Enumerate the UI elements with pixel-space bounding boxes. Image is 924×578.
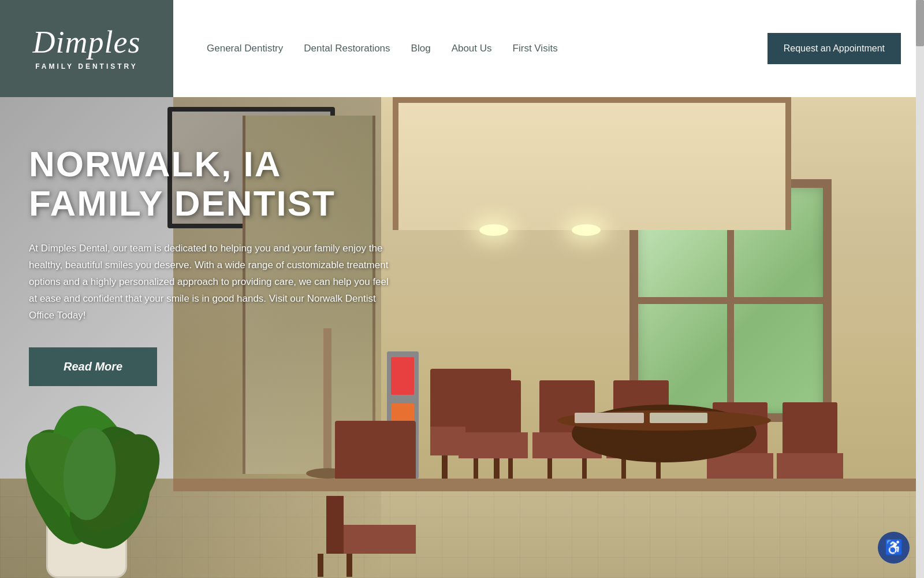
chair-arm-1 (326, 496, 335, 554)
la2 (508, 458, 513, 479)
lb1 (547, 458, 552, 479)
read-more-button[interactable]: Read More (29, 347, 157, 386)
logo-name: Dimples (33, 27, 141, 58)
legs-b (532, 458, 602, 479)
accessibility-button[interactable]: ♿ (878, 532, 910, 564)
accessibility-icon: ♿ (885, 539, 903, 557)
coffee-table-top (557, 410, 771, 431)
nav-item-first-visits[interactable]: First Visits (502, 43, 568, 54)
seat-a (459, 432, 528, 458)
chair-seat-1 (335, 525, 416, 554)
chair-arm-2 (335, 496, 344, 554)
hero-description: At Dimples Dental, our team is dedicated… (29, 240, 398, 324)
lb2 (582, 458, 587, 479)
site-header: Dimples FAMILY DENTISTRY General Dentist… (0, 0, 924, 97)
lc1 (621, 458, 626, 479)
logo-area[interactable]: Dimples FAMILY DENTISTRY (0, 0, 173, 97)
la1 (474, 458, 478, 479)
magazine-1 (575, 413, 644, 423)
legs-a (459, 458, 528, 479)
magazine-2 (650, 413, 707, 423)
back-e (783, 402, 837, 453)
back-a (465, 380, 521, 432)
chair-back-1 (335, 421, 416, 479)
baseboard (173, 479, 916, 491)
box-ceiling (393, 97, 791, 230)
chair-a (459, 380, 528, 479)
ceiling-light-1 (479, 224, 508, 236)
logo-subtitle: FAMILY DENTISTRY (35, 62, 138, 71)
nav-item-about-us[interactable]: About Us (441, 43, 502, 54)
nav-item-general-dentistry[interactable]: General Dentistry (196, 43, 293, 54)
nav-bar: General Dentistry Dental Restorations Bl… (173, 0, 924, 97)
plant-decoration (0, 376, 173, 578)
seat-e (777, 453, 843, 479)
request-appointment-button[interactable]: Request an Appointment (767, 33, 901, 64)
nav-item-blog[interactable]: Blog (401, 43, 441, 54)
chair-leg-1 (346, 554, 352, 577)
hero-content: NORWALK, IA FAMILY DENTIST At Dimples De… (29, 144, 398, 386)
chair-e (777, 402, 843, 479)
hero-heading: NORWALK, IA FAMILY DENTIST (29, 144, 398, 223)
ceiling-light-2 (572, 224, 601, 236)
scrollbar-thumb[interactable] (916, 0, 924, 46)
leg-a (442, 455, 448, 479)
scrollbar[interactable] (916, 0, 924, 578)
chair-leg-2 (318, 554, 323, 577)
nav-item-dental-restorations[interactable]: Dental Restorations (293, 43, 400, 54)
